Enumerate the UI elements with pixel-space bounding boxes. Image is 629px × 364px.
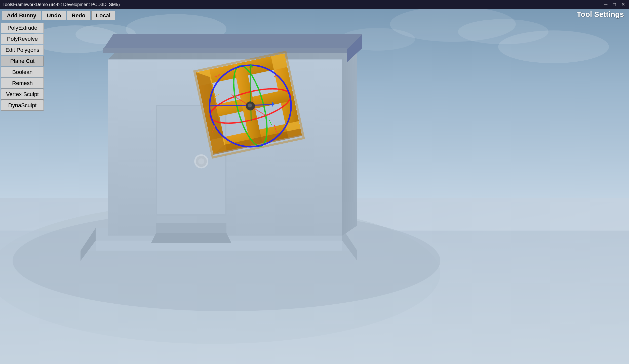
window-title: ToolsFrameworkDemo (64-bit Development P…: [3, 2, 120, 7]
svg-point-25: [198, 158, 204, 164]
svg-rect-36: [271, 53, 287, 70]
tool-btn-vertex-sculpt[interactable]: Vertex Sculpt: [1, 89, 44, 100]
tool-btn-dyna-sculpt[interactable]: DynaSculpt: [1, 100, 44, 111]
svg-point-52: [248, 103, 252, 107]
tool-settings-label: Tool Settings: [577, 10, 624, 19]
titlebar-controls: ─ □ ✕: [602, 2, 626, 7]
action-bar: Add Bunny Undo Redo Local: [0, 9, 629, 22]
side-toolbar: PolyExtrudePolyRevolveEdit PolygonsPlane…: [1, 23, 44, 111]
tool-btn-plane-cut[interactable]: Plane Cut: [1, 56, 44, 66]
close-button[interactable]: ✕: [619, 2, 626, 7]
svg-marker-17: [342, 44, 357, 236]
scene-3d: [0, 9, 629, 364]
svg-point-6: [498, 30, 609, 63]
svg-marker-18: [103, 34, 362, 49]
tool-btn-poly-revolve[interactable]: PolyRevolve: [1, 34, 44, 44]
tool-btn-boolean[interactable]: Boolean: [1, 67, 44, 77]
svg-rect-20: [103, 48, 347, 53]
svg-rect-26: [156, 223, 226, 233]
maximize-button[interactable]: □: [611, 2, 618, 7]
undo-button[interactable]: Undo: [42, 11, 66, 20]
minimize-button[interactable]: ─: [602, 2, 609, 7]
tool-btn-edit-polygons[interactable]: Edit Polygons: [1, 45, 44, 55]
redo-button[interactable]: Redo: [67, 11, 90, 20]
tool-btn-poly-extrude[interactable]: PolyExtrude: [1, 23, 44, 33]
tool-btn-remesh[interactable]: Remesh: [1, 78, 44, 89]
titlebar: ToolsFrameworkDemo (64-bit Development P…: [0, 0, 629, 9]
add-bunny-button[interactable]: Add Bunny: [2, 11, 41, 20]
svg-marker-27: [151, 233, 231, 243]
local-button[interactable]: Local: [91, 11, 115, 20]
viewport[interactable]: [0, 9, 629, 364]
